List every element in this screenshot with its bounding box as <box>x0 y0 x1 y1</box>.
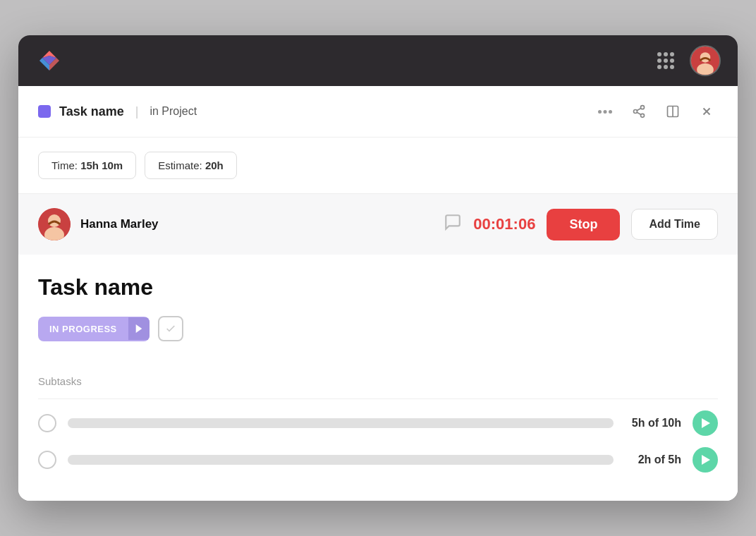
estimate-stat: Estimate: 20h <box>145 152 237 179</box>
subtask-divider <box>38 398 718 399</box>
status-label: IN PROGRESS <box>38 317 128 341</box>
subtask-time-1: 5h of 10h <box>625 417 681 430</box>
subtasks-label: Subtasks <box>38 375 718 387</box>
close-button[interactable] <box>695 100 718 123</box>
status-arrow-button[interactable] <box>128 317 150 340</box>
task-header: Task name | in Project <box>18 86 738 138</box>
subtask-check-1[interactable] <box>38 414 56 432</box>
status-badge[interactable]: IN PROGRESS <box>38 317 150 341</box>
timer-row: Hanna Marley 00:01:06 Stop Add Time <box>18 194 738 255</box>
panel-toggle-button[interactable] <box>662 100 684 123</box>
comment-icon[interactable] <box>444 213 462 236</box>
subtask-play-1[interactable] <box>693 410 718 436</box>
svg-point-7 <box>598 110 602 114</box>
subtask-play-2[interactable] <box>693 447 718 473</box>
subtask-check-2[interactable] <box>38 451 56 469</box>
topbar-right <box>653 45 721 76</box>
timer-display: 00:01:06 <box>473 215 535 233</box>
add-time-button[interactable]: Add Time <box>631 209 718 240</box>
task-color-indicator <box>38 105 51 118</box>
estimate-label: Estimate: <box>158 159 202 171</box>
svg-marker-22 <box>136 324 142 333</box>
user-avatar <box>38 208 71 240</box>
check-button[interactable] <box>158 316 183 341</box>
header-actions <box>594 100 718 123</box>
app-window: Task name | in Project <box>18 35 738 501</box>
grid-icon[interactable] <box>653 48 678 73</box>
svg-line-14 <box>637 108 641 110</box>
task-main-name: Task name <box>38 274 718 300</box>
subtask-bar-2 <box>68 455 614 465</box>
subtask-bar-1 <box>68 418 614 428</box>
subtask-item: 2h of 5h <box>38 447 718 473</box>
more-options-button[interactable] <box>594 100 616 123</box>
task-separator: | <box>135 104 139 119</box>
svg-point-8 <box>604 110 607 114</box>
svg-line-13 <box>637 112 641 114</box>
timer-controls: 00:01:06 Stop Add Time <box>444 209 718 240</box>
subtask-time-2: 2h of 5h <box>625 453 681 466</box>
subtasks-section: Subtasks 5h of 10h 2h of 5h <box>18 375 738 501</box>
time-stat: Time: 15h 10m <box>38 152 136 179</box>
svg-point-10 <box>641 106 645 109</box>
subtask-item: 5h of 10h <box>38 410 718 436</box>
time-label: Time: <box>51 159 78 171</box>
topbar <box>18 35 738 86</box>
user-avatar-top[interactable] <box>690 45 721 76</box>
stats-row: Time: 15h 10m Estimate: 20h <box>18 138 738 194</box>
svg-point-11 <box>634 110 638 114</box>
svg-point-12 <box>641 114 645 117</box>
share-button[interactable] <box>628 100 650 123</box>
main-content: Task name | in Project <box>18 86 738 501</box>
app-logo[interactable] <box>35 47 63 75</box>
stop-button[interactable]: Stop <box>547 209 620 240</box>
user-name-label: Hanna Marley <box>80 217 159 231</box>
status-row: IN PROGRESS <box>38 316 718 341</box>
task-project-label: in Project <box>150 105 197 118</box>
time-value: 15h 10m <box>80 159 123 171</box>
user-info: Hanna Marley <box>38 208 159 240</box>
svg-point-9 <box>609 110 612 114</box>
task-title-row: Task name | in Project <box>38 104 197 119</box>
estimate-value: 20h <box>205 159 224 171</box>
task-body: Task name IN PROGRESS <box>18 255 738 375</box>
task-header-name: Task name <box>59 104 124 119</box>
